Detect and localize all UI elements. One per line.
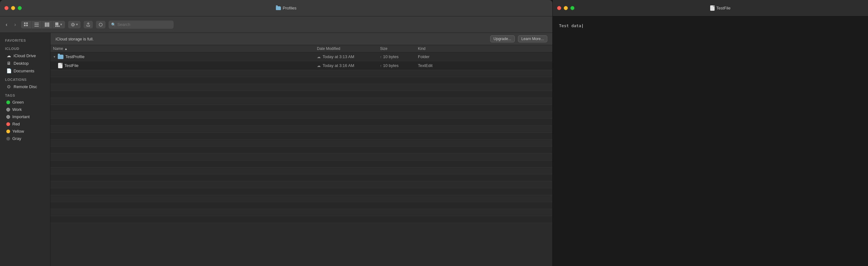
maximize-button[interactable]	[18, 6, 22, 10]
file-list-header: Name ▲ Date Modified Size Kind	[51, 45, 552, 53]
svg-rect-12	[57, 26, 58, 27]
file-list: ▼ TestProfile ☁ Today at 3:13 AM ↑ 10 by…	[51, 53, 552, 266]
empty-row	[51, 112, 552, 119]
sidebar-label-red: Red	[12, 122, 20, 126]
search-input[interactable]	[108, 21, 174, 29]
tag-button[interactable]	[96, 21, 105, 28]
empty-row	[51, 84, 552, 91]
close-button[interactable]	[4, 6, 8, 10]
file-name-label: TestFile	[64, 63, 79, 68]
sidebar-section-icloud: iCloud	[0, 43, 50, 52]
sidebar-label-desktop: Desktop	[13, 61, 29, 66]
svg-rect-10	[55, 23, 58, 25]
finder-main: iCloud storage is full. Upgrade... Learn…	[51, 33, 552, 266]
table-row[interactable]: TestFile ☁ Today at 3:16 AM ↑ 10 bytes T…	[51, 61, 552, 70]
svg-point-15	[71, 23, 74, 26]
sort-indicator: ▲	[64, 47, 67, 51]
sidebar-item-tag-yellow[interactable]: Yellow	[1, 128, 49, 135]
minimize-button[interactable]	[11, 6, 15, 10]
textedit-window: TestFile Test data	[552, 0, 868, 266]
textedit-content[interactable]: Test data	[553, 17, 868, 266]
empty-row	[51, 119, 552, 126]
svg-rect-5	[34, 24, 39, 25]
empty-row	[51, 153, 552, 160]
list-view-button[interactable]	[32, 21, 42, 28]
file-size-cell: ↑ 10 bytes	[380, 54, 418, 59]
svg-rect-0	[24, 23, 26, 24]
textedit-minimize-button[interactable]	[564, 6, 568, 10]
icon-view-button[interactable]	[21, 21, 31, 28]
forward-button[interactable]: ›	[12, 21, 18, 29]
file-size-cell: ↑ 10 bytes	[380, 63, 418, 68]
textedit-doc-icon	[710, 5, 715, 11]
share-button[interactable]	[84, 21, 93, 28]
upload-arrow-icon: ↑	[380, 55, 382, 59]
file-name-label: TestProfile	[65, 54, 85, 59]
sidebar-item-desktop[interactable]: 🖥 Desktop	[1, 59, 49, 67]
sidebar-item-tag-work[interactable]: Work	[1, 106, 49, 113]
textedit-text-body[interactable]: Test data	[559, 23, 862, 29]
finder-toolbar: ‹ ›	[0, 17, 552, 33]
column-kind-header[interactable]: Kind	[418, 47, 550, 51]
svg-rect-2	[24, 25, 26, 26]
sidebar-item-tag-gray[interactable]: Gray	[1, 135, 49, 142]
svg-rect-3	[26, 25, 28, 26]
icloud-banner: iCloud storage is full. Upgrade... Learn…	[51, 33, 552, 45]
view-buttons: ▾	[21, 21, 65, 28]
desktop-icon: 🖥	[6, 61, 11, 66]
action-dropdown-arrow: ▾	[76, 23, 78, 27]
sidebar-item-tag-red[interactable]: Red	[1, 120, 49, 128]
important-tag-dot	[6, 115, 10, 119]
textedit-close-button[interactable]	[557, 6, 561, 10]
gallery-dropdown-arrow: ▾	[60, 23, 62, 27]
svg-rect-13	[58, 26, 60, 27]
sidebar-section-favorites: Favorites	[0, 35, 50, 43]
sidebar-label-work: Work	[12, 107, 22, 112]
svg-rect-1	[26, 23, 28, 24]
empty-row	[51, 195, 552, 202]
empty-row	[51, 126, 552, 133]
textedit-titlebar: TestFile	[553, 0, 868, 17]
finder-window: Profiles ‹ ›	[0, 0, 552, 266]
icloud-cloud-icon: ☁	[317, 55, 321, 59]
sidebar-item-tag-green[interactable]: Green	[1, 98, 49, 106]
sidebar-label-documents: Documents	[13, 68, 34, 73]
sidebar-item-remote-disc[interactable]: ⊙ Remote Disc	[1, 83, 49, 90]
column-size-header[interactable]: Size	[380, 47, 418, 51]
empty-row	[51, 98, 552, 105]
svg-rect-8	[46, 23, 48, 27]
title-folder-icon	[276, 6, 281, 10]
empty-row	[51, 209, 552, 216]
sidebar-item-icloud-drive[interactable]: ☁ iCloud Drive	[1, 52, 49, 59]
file-name-cell: ▼ TestProfile	[53, 54, 317, 59]
action-button[interactable]: ▾	[68, 21, 81, 28]
column-name-header[interactable]: Name ▲	[53, 47, 317, 51]
tag-icon	[98, 23, 103, 27]
empty-row	[51, 160, 552, 168]
textedit-maximize-button[interactable]	[570, 6, 575, 10]
column-date-header[interactable]: Date Modified	[317, 47, 380, 51]
upgrade-button[interactable]: Upgrade...	[490, 35, 515, 42]
svg-rect-4	[34, 23, 39, 23]
empty-row	[51, 181, 552, 188]
empty-row	[51, 147, 552, 153]
back-button[interactable]: ‹	[4, 21, 9, 29]
svg-rect-6	[34, 26, 39, 27]
gallery-view-button[interactable]: ▾	[52, 21, 65, 28]
finder-sidebar: Favorites iCloud ☁ iCloud Drive 🖥 Deskto…	[0, 33, 51, 266]
disclosure-triangle[interactable]: ▼	[53, 55, 56, 58]
share-icon	[86, 23, 90, 27]
learn-more-button[interactable]: Learn More...	[518, 35, 547, 42]
finder-title: Profiles	[24, 6, 548, 10]
upload-arrow-icon: ↑	[380, 64, 382, 68]
sidebar-item-documents[interactable]: 📄 Documents	[1, 67, 49, 75]
sidebar-label-important: Important	[12, 114, 30, 119]
svg-point-16	[99, 23, 102, 26]
sidebar-item-tag-important[interactable]: Important	[1, 113, 49, 120]
icloud-cloud-icon: ☁	[317, 63, 321, 68]
table-row[interactable]: ▼ TestProfile ☁ Today at 3:13 AM ↑ 10 by…	[51, 53, 552, 61]
column-view-button[interactable]	[42, 21, 52, 28]
empty-row	[51, 140, 552, 147]
work-tag-dot	[6, 108, 10, 112]
sidebar-label-remote-disc: Remote Disc	[13, 84, 37, 89]
